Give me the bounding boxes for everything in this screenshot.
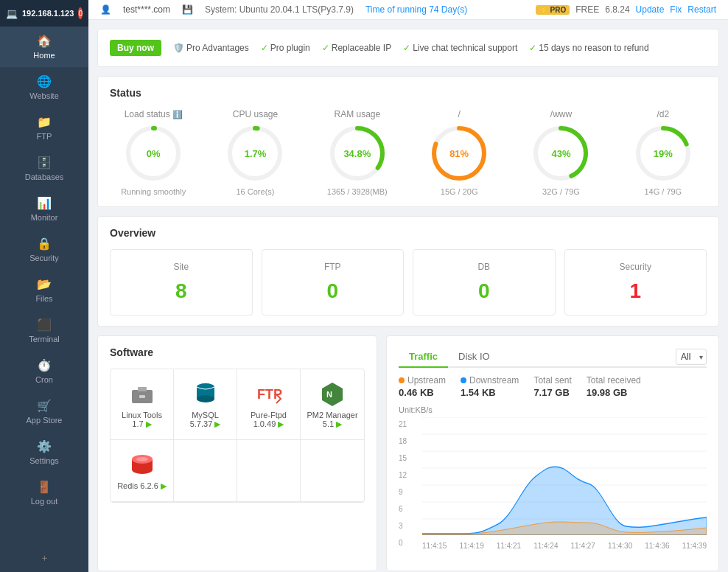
chart-inner xyxy=(422,417,707,535)
home-icon: 🏠 xyxy=(37,34,52,48)
gauge-wrap: 0% xyxy=(124,124,183,183)
software-icon-redis xyxy=(129,450,155,477)
total-received-value: 19.98 GB xyxy=(587,387,641,398)
sidebar-label: Home xyxy=(33,51,55,60)
svg-rect-13 xyxy=(138,387,147,391)
sidebar-item-appstore[interactable]: 🛒App Store xyxy=(0,391,88,432)
topbar-user: test****.com xyxy=(123,4,170,15)
software-cell-undefined[interactable]: MySQL 5.7.37 ▶ xyxy=(174,369,237,440)
software-cell-empty-7 xyxy=(301,440,364,502)
sidebar-item-databases[interactable]: 🗄️Databases xyxy=(0,148,88,189)
topbar-right: ⚡ PRO FREE 6.8.24 Update Fix Restart xyxy=(536,4,716,15)
svg-rect-14 xyxy=(139,395,145,398)
sidebar-label: Website xyxy=(29,91,59,100)
status-item-CPU usage: CPU usage 1.7% 16 Core(s) xyxy=(211,109,298,196)
topbar-disk-icon: 💾 xyxy=(182,4,193,15)
terminal-icon: ⬛ xyxy=(37,318,52,332)
promo-advantages: 🛡️ Pro Advantages xyxy=(173,43,249,53)
status-label: /d2 xyxy=(657,109,669,119)
topbar-uptime: Time of running 74 Day(s) xyxy=(365,4,467,15)
security-icon: 🔒 xyxy=(37,237,52,251)
software-cell-undefined[interactable]: FTP Pure-Ftpd 1.0.49 ▶ xyxy=(237,369,301,440)
stat-total-sent: Total sent 7.17 GB xyxy=(533,375,571,398)
sidebar-item-terminal[interactable]: ⬛Terminal xyxy=(0,310,88,351)
main-area: 👤 test****.com 💾 System: Ubuntu 20.04.1 … xyxy=(88,0,728,572)
status-sublabel: 14G / 79G xyxy=(644,187,682,196)
software-cell-undefined[interactable]: Redis 6.2.6 ▶ xyxy=(111,440,174,502)
sidebar-item-security[interactable]: 🔒Security xyxy=(0,229,88,270)
sidebar-item-logout[interactable]: 🚪Log out xyxy=(0,472,88,513)
software-cell-undefined[interactable]: N PM2 Manager 5.1 ▶ xyxy=(301,369,364,440)
sidebar-item-ftp[interactable]: 📁FTP xyxy=(0,108,88,148)
total-sent-value: 7.17 GB xyxy=(533,387,571,398)
settings-icon: ⚙️ xyxy=(37,439,52,453)
card-value: 0 xyxy=(274,279,392,303)
topbar: 👤 test****.com 💾 System: Ubuntu 20.04.1 … xyxy=(88,0,728,20)
sidebar-item-cron[interactable]: ⏱️Cron xyxy=(0,351,88,391)
status-label: / xyxy=(458,109,460,119)
sidebar-label: Monitor xyxy=(31,213,58,222)
upstream-value: 0.46 KB xyxy=(399,387,446,398)
topbar-update[interactable]: Update xyxy=(636,4,665,15)
overview-card-security[interactable]: Security 1 xyxy=(564,249,707,315)
sidebar-item-files[interactable]: 📂Files xyxy=(0,270,88,310)
x-label: 11:4:15 xyxy=(422,542,447,550)
y-label: 3 xyxy=(399,522,419,530)
software-name: Redis 6.2.6 ▶ xyxy=(117,481,167,491)
y-label: 6 xyxy=(399,505,419,513)
stat-upstream: Upstream 0.46 KB xyxy=(399,375,446,398)
topbar-restart[interactable]: Restart xyxy=(687,4,716,15)
sidebar-label: Terminal xyxy=(29,335,60,343)
overview-card-site[interactable]: Site 8 xyxy=(110,249,253,315)
overview-card-db[interactable]: DB 0 xyxy=(413,249,556,315)
tab-traffic[interactable]: Traffic xyxy=(399,346,448,368)
promo-bar: Buy now 🛡️ Pro Advantages ✓ Pro plugin ✓… xyxy=(97,29,719,67)
sidebar-label: Files xyxy=(35,294,52,303)
promo-ip: ✓ Replaceable IP xyxy=(322,43,391,53)
gauge-value: 81% xyxy=(449,148,469,159)
topbar-system: System: Ubuntu 20.04.1 LTS(Py3.7.9) xyxy=(205,4,354,15)
y-label: 18 xyxy=(399,437,419,445)
sidebar-ip: 192.168.1.123 xyxy=(22,9,74,18)
status-label: CPU usage xyxy=(233,109,278,119)
software-name: MySQL 5.7.37 ▶ xyxy=(180,411,231,429)
status-sublabel: 32G / 79G xyxy=(542,187,580,196)
stat-total-received: Total received 19.98 GB xyxy=(587,375,641,398)
tab-diskio[interactable]: Disk IO xyxy=(448,346,500,368)
software-panel: Software Linux Tools 1.7 ▶ MySQL 5.7.37 … xyxy=(97,335,377,571)
overview-title: Overview xyxy=(110,227,707,239)
sidebar-add-button[interactable]: ＋ xyxy=(0,544,88,572)
card-label: FTP xyxy=(274,262,392,272)
ftp-icon: 📁 xyxy=(37,115,52,129)
svg-marker-19 xyxy=(322,383,343,406)
sidebar-item-website[interactable]: 🌐Website xyxy=(0,67,88,108)
x-axis: 11:4:1511:4:1911:4:2111:4:2411:4:2711:4:… xyxy=(422,542,707,550)
gauge-value: 43% xyxy=(551,148,570,159)
software-cell-undefined[interactable]: Linux Tools 1.7 ▶ xyxy=(111,369,174,440)
traffic-select[interactable]: All xyxy=(676,349,707,365)
card-label: DB xyxy=(425,262,543,272)
traffic-tabs: Traffic Disk IO All xyxy=(399,346,707,368)
bottom-row: Software Linux Tools 1.7 ▶ MySQL 5.7.37 … xyxy=(97,335,719,571)
shield-icon: 🛡️ xyxy=(173,43,184,53)
overview-panel: Overview Site 8 FTP 0 DB 0 Security 1 xyxy=(97,216,719,327)
topbar-version: 6.8.24 xyxy=(605,4,629,15)
gauge-value: 19% xyxy=(654,148,673,159)
status-sublabel: Running smoothly xyxy=(121,187,186,196)
buy-now-button[interactable]: Buy now xyxy=(110,40,161,56)
software-name: PM2 Manager 5.1 ▶ xyxy=(307,411,358,429)
sidebar-item-monitor[interactable]: 📊Monitor xyxy=(0,189,88,229)
sidebar-item-home[interactable]: 🏠Home xyxy=(0,27,88,67)
monitor-icon: 📊 xyxy=(37,196,52,210)
sidebar-header: 💻 192.168.1.123 0 xyxy=(0,0,88,27)
software-name: Linux Tools 1.7 ▶ xyxy=(116,411,167,429)
x-label: 11:4:30 xyxy=(608,542,632,550)
status-label: RAM usage xyxy=(334,109,380,119)
stat-downstream: Downstream 1.54 KB xyxy=(461,375,519,398)
gauge-wrap: 34.8% xyxy=(328,124,387,183)
x-label: 11:4:24 xyxy=(533,542,558,550)
topbar-fix[interactable]: Fix xyxy=(670,4,682,15)
overview-card-ftp[interactable]: FTP 0 xyxy=(262,249,405,315)
software-cell-empty-6 xyxy=(237,440,301,502)
sidebar-item-settings[interactable]: ⚙️Settings xyxy=(0,432,88,472)
